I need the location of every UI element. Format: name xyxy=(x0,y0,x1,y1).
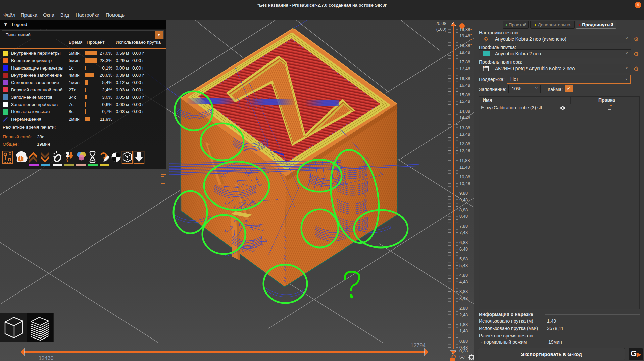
svg-text:2,48: 2,48 xyxy=(459,312,468,317)
svg-text:12,48: 12,48 xyxy=(459,148,470,153)
svg-text:8,48: 8,48 xyxy=(459,214,468,219)
svg-text:4,48: 4,48 xyxy=(459,279,468,284)
svg-text:3,48: 3,48 xyxy=(459,296,468,301)
svg-text:10,88: 10,88 xyxy=(459,174,470,179)
svg-text:11,48: 11,48 xyxy=(459,165,470,170)
svg-text:17,48: 17,48 xyxy=(459,66,470,71)
svg-text:0,88: 0,88 xyxy=(459,339,468,344)
svg-text:5,88: 5,88 xyxy=(459,256,468,261)
svg-text:13,88: 13,88 xyxy=(459,125,470,130)
svg-text:9,88: 9,88 xyxy=(459,191,468,196)
svg-text:7,88: 7,88 xyxy=(459,224,468,229)
svg-text:16,48: 16,48 xyxy=(459,83,470,88)
svg-text:12,88: 12,88 xyxy=(459,141,470,146)
svg-text:14,48: 14,48 xyxy=(459,115,470,120)
svg-text:11,88: 11,88 xyxy=(459,158,470,163)
svg-text:9,48: 9,48 xyxy=(459,197,468,202)
svg-text:0,28: 0,28 xyxy=(459,348,468,353)
svg-text:5,48: 5,48 xyxy=(459,263,468,268)
svg-text:1,48: 1,48 xyxy=(459,328,468,333)
svg-text:1,88: 1,88 xyxy=(459,322,468,327)
svg-text:12794: 12794 xyxy=(411,343,426,348)
svg-text:14,88: 14,88 xyxy=(459,109,470,114)
svg-text:4,88: 4,88 xyxy=(459,273,468,278)
svg-text:(1): (1) xyxy=(459,354,465,359)
svg-text:10,48: 10,48 xyxy=(459,181,470,186)
svg-text:20,08: 20,08 xyxy=(435,21,446,26)
svg-text:15,88: 15,88 xyxy=(459,92,470,97)
svg-text:(100): (100) xyxy=(436,27,446,32)
svg-text:3,88: 3,88 xyxy=(459,289,468,294)
svg-text:12430: 12430 xyxy=(39,355,54,361)
svg-text:16,88: 16,88 xyxy=(459,76,470,81)
svg-text:15,48: 15,48 xyxy=(459,99,470,104)
svg-text:18,88: 18,88 xyxy=(459,43,470,48)
svg-text:19,48: 19,48 xyxy=(459,33,470,38)
svg-text:7,48: 7,48 xyxy=(459,230,468,235)
svg-text:6,48: 6,48 xyxy=(459,246,468,252)
svg-text:18,48: 18,48 xyxy=(459,50,470,55)
svg-text:2,88: 2,88 xyxy=(459,306,468,311)
svg-text:8,88: 8,88 xyxy=(459,207,468,212)
svg-text:17,88: 17,88 xyxy=(459,59,470,64)
svg-text:6,88: 6,88 xyxy=(459,240,468,245)
svg-text:13,48: 13,48 xyxy=(459,132,470,137)
